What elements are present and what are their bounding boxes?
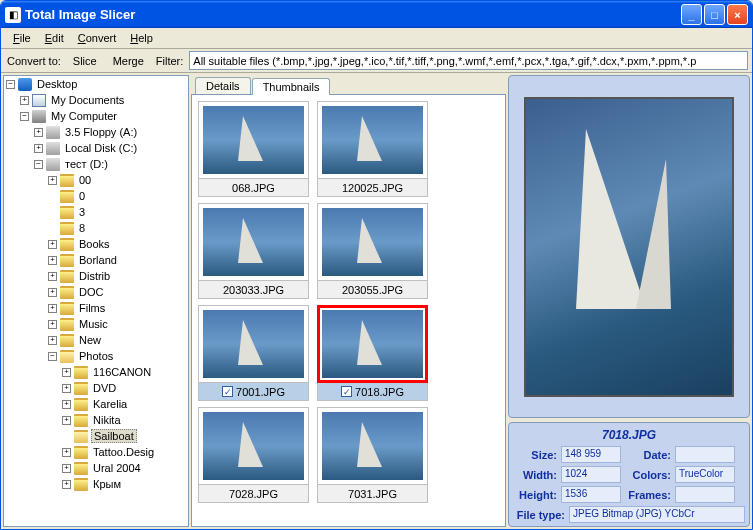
tree-item[interactable]: 00 bbox=[77, 174, 93, 186]
tab-details[interactable]: Details bbox=[195, 77, 251, 94]
merge-button[interactable]: Merge bbox=[107, 52, 150, 70]
floppy-icon bbox=[46, 126, 60, 139]
tree-expand-icon[interactable]: + bbox=[48, 304, 57, 313]
thumbnail-image[interactable] bbox=[317, 407, 428, 485]
menu-convert[interactable]: Convert bbox=[72, 30, 123, 46]
check-icon[interactable]: ✓ bbox=[341, 386, 352, 397]
thumbnail-image[interactable] bbox=[317, 101, 428, 179]
thumbnail-image[interactable] bbox=[317, 305, 428, 383]
tree-item[interactable]: My Documents bbox=[49, 94, 126, 106]
tree-item[interactable]: Borland bbox=[77, 254, 119, 266]
tree-item[interactable]: Books bbox=[77, 238, 112, 250]
menu-file[interactable]: File bbox=[7, 30, 37, 46]
thumbnail-item[interactable]: ✓7018.JPG bbox=[317, 305, 428, 401]
tree-expand-icon[interactable]: + bbox=[48, 272, 57, 281]
maximize-button[interactable]: □ bbox=[704, 4, 725, 25]
tree-collapse-icon[interactable]: − bbox=[20, 112, 29, 121]
thumbnail-image[interactable] bbox=[198, 203, 309, 281]
desktop-icon bbox=[18, 78, 32, 91]
tree-item[interactable]: Крым bbox=[91, 478, 123, 490]
tree-expand-icon[interactable]: + bbox=[34, 128, 43, 137]
thumbnail-label[interactable]: 203033.JPG bbox=[198, 281, 309, 299]
thumbnail-item[interactable]: 203055.JPG bbox=[317, 203, 428, 299]
tree-item[interactable]: Music bbox=[77, 318, 110, 330]
tree-item[interactable]: Distrib bbox=[77, 270, 112, 282]
tree-expand-icon[interactable]: + bbox=[48, 240, 57, 249]
tree-expand-icon[interactable]: + bbox=[48, 320, 57, 329]
minimize-button[interactable]: _ bbox=[681, 4, 702, 25]
tree-expand-icon[interactable]: + bbox=[48, 176, 57, 185]
folder-icon bbox=[60, 318, 74, 331]
tree-collapse-icon[interactable]: − bbox=[48, 352, 57, 361]
tree-item[interactable]: 8 bbox=[77, 222, 87, 234]
width-label: Width: bbox=[513, 469, 557, 481]
menu-help[interactable]: Help bbox=[124, 30, 159, 46]
folder-tree[interactable]: −Desktop +My Documents −My Computer +3.5… bbox=[3, 75, 189, 527]
tree-expand-icon[interactable]: + bbox=[20, 96, 29, 105]
tree-item[interactable]: Tattoo.Desig bbox=[91, 446, 156, 458]
thumbnail-item[interactable]: 120025.JPG bbox=[317, 101, 428, 197]
preview-image bbox=[524, 97, 734, 397]
folder-icon bbox=[60, 206, 74, 219]
thumbnail-item[interactable]: ✓7001.JPG bbox=[198, 305, 309, 401]
tree-item[interactable]: New bbox=[77, 334, 103, 346]
tree-expand-icon[interactable]: + bbox=[48, 336, 57, 345]
close-button[interactable]: × bbox=[727, 4, 748, 25]
tree-item[interactable]: 3.5 Floppy (A:) bbox=[63, 126, 139, 138]
tree-expand-icon[interactable]: + bbox=[62, 448, 71, 457]
thumbnail-image[interactable] bbox=[198, 101, 309, 179]
tree-item[interactable]: 116CANON bbox=[91, 366, 153, 378]
tree-expand-icon[interactable]: + bbox=[48, 288, 57, 297]
tree-expand-icon[interactable]: + bbox=[62, 368, 71, 377]
thumbnail-label[interactable]: 068.JPG bbox=[198, 179, 309, 197]
thumbnail-label[interactable]: ✓7018.JPG bbox=[317, 383, 428, 401]
tree-collapse-icon[interactable]: − bbox=[6, 80, 15, 89]
thumbnail-item[interactable]: 7028.JPG bbox=[198, 407, 309, 503]
thumbnail-label[interactable]: ✓7001.JPG bbox=[198, 383, 309, 401]
thumbnail-item[interactable]: 068.JPG bbox=[198, 101, 309, 197]
tree-expand-icon[interactable]: + bbox=[62, 384, 71, 393]
tree-item[interactable]: My Computer bbox=[49, 110, 119, 122]
thumbnail-label[interactable]: 120025.JPG bbox=[317, 179, 428, 197]
tree-expand-icon[interactable]: + bbox=[48, 256, 57, 265]
tree-item[interactable]: 0 bbox=[77, 190, 87, 202]
check-icon[interactable]: ✓ bbox=[222, 386, 233, 397]
tree-item-selected[interactable]: Sailboat bbox=[91, 429, 137, 443]
thumbnail-area[interactable]: 068.JPG120025.JPG203033.JPG203055.JPG✓70… bbox=[191, 94, 506, 527]
tree-item[interactable]: Nikita bbox=[91, 414, 123, 426]
thumbnail-image[interactable] bbox=[198, 305, 309, 383]
thumbnail-label[interactable]: 7028.JPG bbox=[198, 485, 309, 503]
tree-expand-icon[interactable]: + bbox=[62, 416, 71, 425]
slice-button[interactable]: Slice bbox=[67, 52, 103, 70]
tree-item[interactable]: Photos bbox=[77, 350, 115, 362]
height-value: 1536 bbox=[561, 486, 621, 503]
folder-icon bbox=[60, 302, 74, 315]
tree-item[interactable]: Local Disk (C:) bbox=[63, 142, 139, 154]
tree-item[interactable]: DOC bbox=[77, 286, 105, 298]
folder-icon bbox=[74, 414, 88, 427]
tab-thumbnails[interactable]: Thumbnails bbox=[252, 78, 331, 95]
tree-item-desktop[interactable]: Desktop bbox=[35, 78, 79, 90]
thumbnail-item[interactable]: 7031.JPG bbox=[317, 407, 428, 503]
tree-item[interactable]: Films bbox=[77, 302, 107, 314]
tree-expand-icon[interactable]: + bbox=[62, 400, 71, 409]
tree-item[interactable]: Karelia bbox=[91, 398, 129, 410]
thumbnail-label[interactable]: 7031.JPG bbox=[317, 485, 428, 503]
tree-item[interactable]: Ural 2004 bbox=[91, 462, 143, 474]
tree-collapse-icon[interactable]: − bbox=[34, 160, 43, 169]
tree-expand-icon[interactable]: + bbox=[62, 480, 71, 489]
thumbnail-item[interactable]: 203033.JPG bbox=[198, 203, 309, 299]
thumbnail-image[interactable] bbox=[198, 407, 309, 485]
filter-input[interactable] bbox=[189, 51, 748, 70]
tree-item[interactable]: DVD bbox=[91, 382, 118, 394]
titlebar[interactable]: ◧ Total Image Slicer _ □ × bbox=[1, 1, 752, 28]
toolbar: Convert to: Slice Merge Filter: bbox=[1, 49, 752, 73]
tree-expand-icon[interactable]: + bbox=[34, 144, 43, 153]
tree-item[interactable]: 3 bbox=[77, 206, 87, 218]
tree-expand-icon[interactable]: + bbox=[62, 464, 71, 473]
thumbnail-label[interactable]: 203055.JPG bbox=[317, 281, 428, 299]
tree-item[interactable]: тест (D:) bbox=[63, 158, 110, 170]
thumbnail-image[interactable] bbox=[317, 203, 428, 281]
convert-to-label: Convert to: bbox=[5, 55, 63, 67]
menu-edit[interactable]: Edit bbox=[39, 30, 70, 46]
